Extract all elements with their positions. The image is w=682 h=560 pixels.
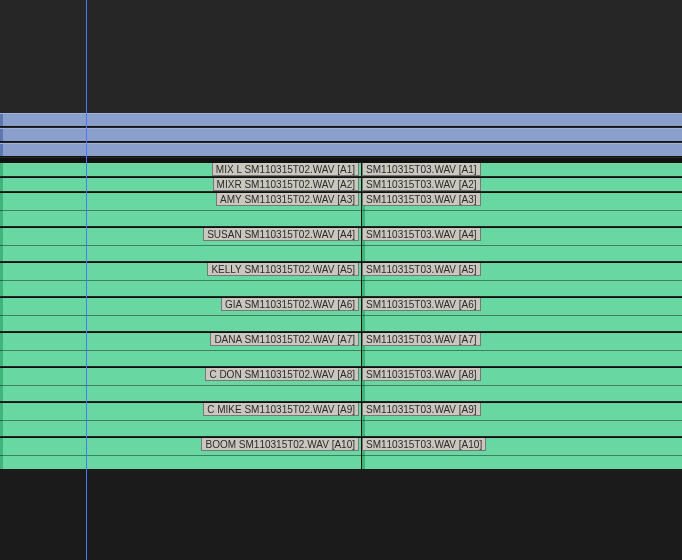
timeline[interactable]: MIX L SM110315T02.WAV [A1] SM110315T03.W… [0, 0, 682, 560]
audio-clip[interactable]: SM110315T03.WAV [A4] [362, 227, 682, 261]
clip-start-handle[interactable] [0, 228, 3, 261]
clip-label: SM110315T03.WAV [A10] [362, 438, 486, 451]
clip-start-handle[interactable] [0, 114, 3, 126]
clip-label: SM110315T03.WAV [A7] [362, 333, 481, 346]
clip-start-handle[interactable] [0, 163, 3, 176]
audio-clip[interactable]: C MIKE SM110315T02.WAV [A9] [0, 402, 362, 436]
audio-clip[interactable]: C DON SM110315T02.WAV [A8] [0, 367, 362, 401]
clip-label: C MIKE SM110315T02.WAV [A9] [203, 403, 359, 416]
audio-clip[interactable]: SM110315T03.WAV [A7] [362, 332, 682, 366]
clip-start-handle[interactable] [0, 129, 3, 141]
audio-track[interactable]: C MIKE SM110315T02.WAV [A9] SM110315T03.… [0, 402, 682, 436]
clip-start-handle[interactable] [0, 178, 3, 191]
playhead[interactable] [86, 0, 87, 560]
audio-track[interactable]: DANA SM110315T02.WAV [A7] SM110315T03.WA… [0, 332, 682, 366]
audio-clip[interactable]: SM110315T03.WAV [A9] [362, 402, 682, 436]
clip-label: SM110315T03.WAV [A9] [362, 403, 481, 416]
clip-label: SM110315T03.WAV [A6] [362, 298, 481, 311]
clip-label: MIXR SM110315T02.WAV [A2] [213, 178, 359, 191]
audio-clip[interactable]: GIA SM110315T02.WAV [A6] [0, 297, 362, 331]
clip-label: C DON SM110315T02.WAV [A8] [205, 368, 359, 381]
clip-start-handle[interactable] [0, 368, 3, 401]
clip-start-handle[interactable] [0, 438, 3, 471]
clip-label: MIX L SM110315T02.WAV [A1] [212, 163, 359, 176]
clip-start-handle[interactable] [0, 263, 3, 296]
clip-label: SUSAN SM110315T02.WAV [A4] [203, 228, 359, 241]
clip-label: SM110315T03.WAV [A1] [362, 163, 481, 176]
audio-tracks: MIX L SM110315T02.WAV [A1] SM110315T03.W… [0, 162, 682, 472]
clip-label: SM110315T03.WAV [A5] [362, 263, 481, 276]
audio-clip[interactable]: SM110315T03.WAV [A10] [362, 437, 682, 471]
audio-clip[interactable]: SM110315T03.WAV [A3] [362, 192, 682, 226]
audio-clip[interactable]: SM110315T03.WAV [A1] [362, 162, 682, 176]
audio-clip[interactable]: SM110315T03.WAV [A5] [362, 262, 682, 296]
audio-clip[interactable]: AMY SM110315T02.WAV [A3] [0, 192, 362, 226]
clip-start-handle[interactable] [0, 193, 3, 226]
audio-clip[interactable]: SM110315T03.WAV [A6] [362, 297, 682, 331]
clip-label: SM110315T03.WAV [A3] [362, 193, 481, 206]
video-clip[interactable] [0, 128, 682, 142]
audio-track[interactable]: SUSAN SM110315T02.WAV [A4] SM110315T03.W… [0, 227, 682, 261]
audio-track[interactable]: KELLY SM110315T02.WAV [A5] SM110315T03.W… [0, 262, 682, 296]
audio-track[interactable]: MIXR SM110315T02.WAV [A2] SM110315T03.WA… [0, 177, 682, 191]
clip-label: SM110315T03.WAV [A2] [362, 178, 481, 191]
audio-track[interactable]: MIX L SM110315T02.WAV [A1] SM110315T03.W… [0, 162, 682, 176]
audio-clip[interactable]: SM110315T03.WAV [A8] [362, 367, 682, 401]
audio-clip[interactable]: BOOM SM110315T02.WAV [A10] [0, 437, 362, 471]
video-clip[interactable] [0, 113, 682, 127]
clip-label: SM110315T03.WAV [A4] [362, 228, 481, 241]
clip-start-handle[interactable] [0, 403, 3, 436]
audio-track[interactable]: GIA SM110315T02.WAV [A6] SM110315T03.WAV… [0, 297, 682, 331]
video-clip[interactable] [0, 143, 682, 157]
clip-label: BOOM SM110315T02.WAV [A10] [201, 438, 359, 451]
clip-label: DANA SM110315T02.WAV [A7] [210, 333, 359, 346]
empty-timeline-area[interactable] [0, 469, 682, 560]
audio-clip[interactable]: SUSAN SM110315T02.WAV [A4] [0, 227, 362, 261]
clip-label: KELLY SM110315T02.WAV [A5] [207, 263, 359, 276]
audio-clip[interactable]: MIXR SM110315T02.WAV [A2] [0, 177, 362, 191]
clip-label: SM110315T03.WAV [A8] [362, 368, 481, 381]
clip-start-handle[interactable] [0, 144, 3, 156]
clip-start-handle[interactable] [0, 333, 3, 366]
audio-clip[interactable]: SM110315T03.WAV [A2] [362, 177, 682, 191]
audio-track[interactable]: BOOM SM110315T02.WAV [A10] SM110315T03.W… [0, 437, 682, 471]
audio-clip[interactable]: KELLY SM110315T02.WAV [A5] [0, 262, 362, 296]
audio-clip[interactable]: MIX L SM110315T02.WAV [A1] [0, 162, 362, 176]
audio-clip[interactable]: DANA SM110315T02.WAV [A7] [0, 332, 362, 366]
video-tracks [0, 113, 682, 158]
clip-label: AMY SM110315T02.WAV [A3] [216, 193, 359, 206]
clip-start-handle[interactable] [0, 298, 3, 331]
clip-label: GIA SM110315T02.WAV [A6] [221, 298, 359, 311]
empty-timeline-area[interactable] [0, 0, 682, 113]
audio-track[interactable]: AMY SM110315T02.WAV [A3] SM110315T03.WAV… [0, 192, 682, 226]
audio-track[interactable]: C DON SM110315T02.WAV [A8] SM110315T03.W… [0, 367, 682, 401]
